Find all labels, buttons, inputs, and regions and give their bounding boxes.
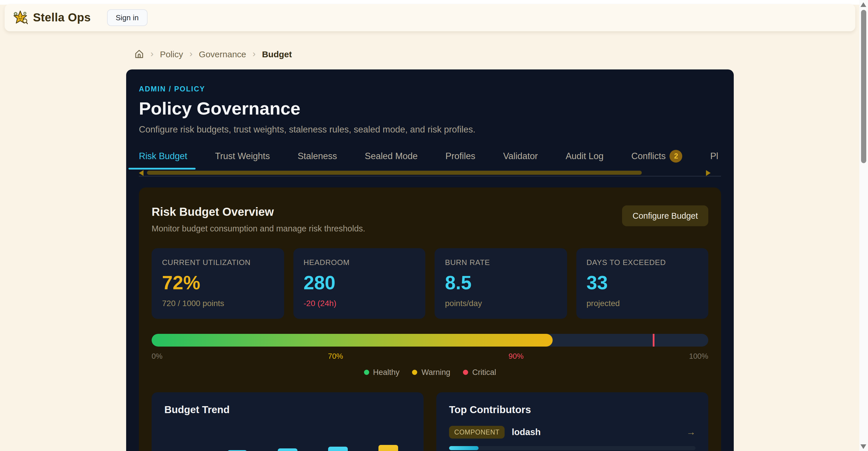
stat-days-to-exceeded: DAYS TO EXCEEDED 33 projected <box>576 248 708 319</box>
stat-sub: -20 (24h) <box>304 298 415 308</box>
tab-conflicts-label: Conflicts <box>631 151 666 161</box>
stat-sub: points/day <box>445 298 556 308</box>
range-label-100: 100% <box>689 352 708 360</box>
range-label-0: 0% <box>152 352 163 360</box>
stat-sub: 720 / 1000 points <box>162 298 273 308</box>
top-contributors-title: Top Contributors <box>449 404 695 416</box>
stat-current-utilization: CURRENT UTILIZATION 72% 720 / 1000 point… <box>152 248 284 319</box>
critical-threshold-marker <box>653 334 654 347</box>
budget-utilization-fill <box>152 334 552 347</box>
stat-value: 72% <box>162 272 273 294</box>
scrollbar-thumb[interactable] <box>861 10 866 163</box>
budget-utilization-bar <box>152 334 708 347</box>
legend-label: Critical <box>472 368 496 377</box>
stat-label: BURN RATE <box>445 258 556 267</box>
brand[interactable]: Stella Ops <box>13 10 91 25</box>
breadcrumb: › Policy › Governance › Budget <box>134 49 292 59</box>
tab-scrollbar-thumb[interactable] <box>147 171 642 175</box>
stella-ops-logo-icon <box>13 10 28 25</box>
top-contributors-card: Top Contributors COMPONENT lodash → 120 … <box>436 392 708 451</box>
overview-title: Risk Budget Overview <box>152 205 365 219</box>
tab-bar: Risk Budget Trust Weights Staleness Seal… <box>139 150 721 169</box>
breadcrumb-current: Budget <box>262 49 292 59</box>
breadcrumb-governance[interactable]: Governance <box>199 49 246 59</box>
stat-value: 280 <box>304 272 415 294</box>
budget-trend-title: Budget Trend <box>164 404 411 416</box>
breadcrumb-policy[interactable]: Policy <box>160 49 183 59</box>
overview-subtitle: Monitor budget consumption and manage ri… <box>152 224 365 233</box>
legend-healthy: Healthy <box>364 368 400 377</box>
trend-bar[interactable] <box>278 448 298 451</box>
tab-staleness[interactable]: Staleness <box>298 150 337 169</box>
brand-name: Stella Ops <box>33 11 91 24</box>
tab-sealed-mode[interactable]: Sealed Mode <box>365 150 418 169</box>
legend-warning: Warning <box>412 368 451 377</box>
stat-value: 8.5 <box>445 272 556 294</box>
tab-scrollbar <box>139 171 721 178</box>
stat-label: HEADROOM <box>304 258 415 267</box>
legend-critical: Critical <box>463 368 496 377</box>
tab-audit-log[interactable]: Audit Log <box>566 150 603 169</box>
home-icon[interactable] <box>134 49 144 59</box>
scroll-down-icon[interactable] <box>861 444 866 449</box>
tab-validator[interactable]: Validator <box>503 150 538 169</box>
stats-row: CURRENT UTILIZATION 72% 720 / 1000 point… <box>152 248 708 319</box>
browser-scrollbar[interactable] <box>859 0 868 451</box>
legend-label: Warning <box>422 368 451 377</box>
section-eyebrow: ADMIN / POLICY <box>139 85 721 93</box>
policy-governance-panel: ADMIN / POLICY Policy Governance Configu… <box>126 69 734 451</box>
warning-dot-icon <box>412 370 417 375</box>
chevron-right-icon: › <box>253 49 256 59</box>
trend-bar-group: 12/15 <box>278 448 298 451</box>
page: Stella Ops Sign in › Policy › Governance… <box>0 0 868 451</box>
trend-bar-group: 12/22 <box>328 447 348 451</box>
topbar: Stella Ops Sign in <box>5 4 855 31</box>
stat-value: 33 <box>587 272 698 294</box>
page-title: Policy Governance <box>139 98 721 119</box>
scroll-up-icon[interactable] <box>861 2 866 7</box>
budget-trend-card: Budget Trend 12/1 12/8 <box>152 392 424 451</box>
chevron-right-icon: › <box>189 49 193 59</box>
critical-dot-icon <box>463 370 468 375</box>
tab-conflicts[interactable]: Conflicts 2 <box>631 150 683 169</box>
range-label-90: 90% <box>508 352 523 360</box>
conflicts-count-badge: 2 <box>670 150 683 163</box>
stat-label: CURRENT UTILIZATION <box>162 258 273 267</box>
sign-in-button[interactable]: Sign in <box>107 9 148 26</box>
budget-trend-chart: 12/1 12/8 12/15 <box>164 431 411 451</box>
contributor-bar <box>449 446 695 450</box>
contributor-name: lodash <box>512 427 541 438</box>
page-subtitle: Configure risk budgets, trust weights, s… <box>139 124 721 135</box>
chevron-right-icon: › <box>151 49 154 59</box>
contributor-row: COMPONENT lodash → 120 pts (12.0%) +0 (2… <box>449 416 695 451</box>
stat-label: DAYS TO EXCEEDED <box>587 258 698 267</box>
contributor-bar-fill <box>449 446 478 450</box>
tab-scroll-right-icon[interactable] <box>706 170 711 176</box>
tab-profiles[interactable]: Profiles <box>445 150 475 169</box>
healthy-dot-icon <box>364 370 369 375</box>
stat-burn-rate: BURN RATE 8.5 points/day <box>435 248 567 319</box>
risk-budget-overview-card: Risk Budget Overview Monitor budget cons… <box>139 188 721 451</box>
trend-bar[interactable] <box>378 445 398 451</box>
tab-risk-budget[interactable]: Risk Budget <box>139 150 187 169</box>
legend-label: Healthy <box>373 368 400 377</box>
trend-bar[interactable] <box>328 447 348 451</box>
tab-truncated[interactable]: Pl <box>710 150 718 169</box>
configure-budget-button[interactable]: Configure Budget <box>622 205 708 226</box>
tab-scroll-left-icon[interactable] <box>139 170 144 176</box>
range-label-70: 70% <box>328 352 343 360</box>
arrow-right-icon[interactable]: → <box>686 427 695 438</box>
contributor-type-badge: COMPONENT <box>449 426 505 439</box>
trend-bar-group: 12/29 <box>378 445 398 451</box>
stat-sub: projected <box>587 298 698 308</box>
budget-range-labels: 0% 70% 90% 100% <box>152 352 708 360</box>
budget-legend: Healthy Warning Critical <box>152 368 708 377</box>
tab-scrollbar-track <box>139 176 721 176</box>
stat-headroom: HEADROOM 280 -20 (24h) <box>293 248 425 319</box>
tab-trust-weights[interactable]: Trust Weights <box>215 150 270 169</box>
